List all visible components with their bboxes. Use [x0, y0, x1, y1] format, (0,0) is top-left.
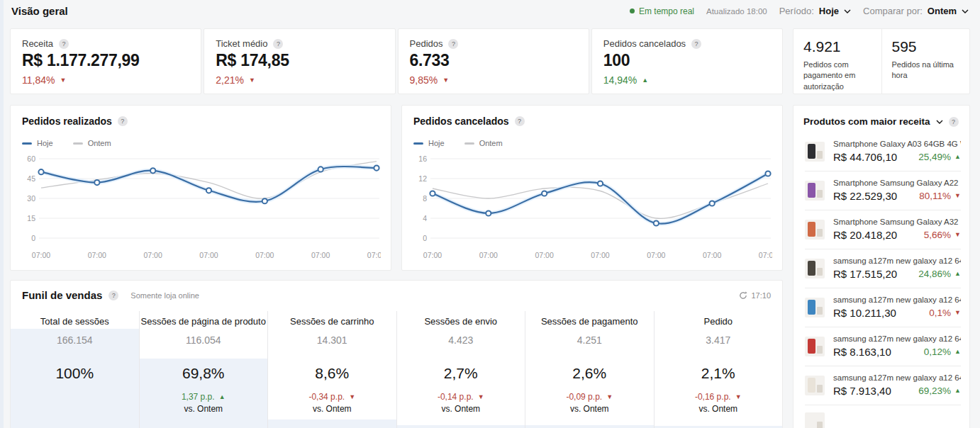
last-updated-label: Atualizado 18:00: [706, 7, 767, 16]
kpi-delta: 9,85% ▼: [410, 74, 577, 86]
realtime-status: Em tempo real: [630, 6, 694, 16]
trend-arrow-icon: ▼: [249, 77, 255, 84]
trend-arrow-icon: ▼: [60, 77, 66, 84]
legend-item-hoje[interactable]: Hoje: [22, 139, 53, 147]
product-list-item[interactable]: samsung a127m new galaxy a12 64gb… R$ 7.…: [794, 366, 969, 405]
funnel-table: Total de sessões 166.154 100% vs. Ontem: [11, 311, 782, 428]
legend-item-ontem[interactable]: Ontem: [73, 139, 111, 147]
product-name: Smartphone Samsung Galaxy A22 12…: [833, 179, 961, 187]
refresh-icon: [739, 291, 747, 300]
side-stat: 4.921 Pedidos com pagamento em autorizaç…: [794, 29, 881, 94]
funnel-stage-header: Sessões de envio: [397, 311, 525, 327]
funnel-stage-percent: 2,1%: [655, 365, 783, 382]
trend-arrow-icon: ▲: [219, 394, 225, 400]
svg-text:60: 60: [27, 154, 35, 163]
funnel-stage-sessions: 4.423: [397, 334, 525, 346]
kpi-delta: 14,94% ▲: [603, 74, 771, 86]
product-revenue: R$ 17.515,20: [833, 268, 897, 280]
svg-text:07:00: 07:00: [423, 251, 442, 259]
svg-text:4: 4: [423, 214, 427, 223]
compare-value: Ontem: [928, 6, 957, 16]
trend-arrow-icon: ▲: [954, 271, 961, 277]
product-list-item[interactable]: Smartphone Samsung Galaxy A22 12… R$ 22.…: [794, 171, 969, 210]
help-icon[interactable]: ?: [691, 39, 701, 49]
funnel-stage-delta: 1,37 p.p. ▲ vs. Ontem: [140, 392, 268, 414]
funnel-stage-delta: -0,16 p.p. ▼ vs. Ontem: [655, 392, 783, 414]
chart-legend: Hoje Ontem: [413, 139, 771, 147]
product-revenue: R$ 20.418,20: [833, 229, 897, 241]
product-list-item[interactable]: samsung a127m new galaxy a12 64gb… R$ 10…: [794, 288, 969, 327]
kpi-card: Ticket médio ? R$ 174,85 2,21% ▼: [204, 28, 395, 94]
compare-selector[interactable]: Comparar por: Ontem: [863, 6, 969, 16]
funnel-stage: Sessões de página de produto 116.054 69,…: [139, 311, 268, 428]
product-list-item[interactable]: samsung a127m new galaxy a12 64gb… R$ 8.…: [794, 327, 969, 366]
kpi-value: R$ 1.177.277,99: [22, 51, 189, 70]
chart-title: Pedidos cancelados: [413, 116, 509, 127]
funnel-stage: Sessões de envio 4.423 2,7% -0,14 p.p. ▼…: [396, 311, 525, 428]
product-thumbnail: [805, 412, 825, 428]
realtime-label: Em tempo real: [639, 6, 694, 16]
trend-arrow-icon: ▼: [606, 394, 613, 400]
legend-swatch: [73, 142, 83, 145]
svg-text:07:00: 07:00: [535, 251, 554, 259]
product-revenue: R$ 44.706,10: [833, 151, 897, 163]
help-icon[interactable]: ?: [448, 39, 458, 49]
product-thumbnail: [805, 298, 825, 317]
help-icon[interactable]: ?: [273, 39, 283, 49]
product-thumbnail: [805, 181, 825, 201]
refresh-control[interactable]: 17:10: [739, 291, 771, 300]
legend-item-hoje[interactable]: Hoje: [413, 139, 445, 147]
help-icon[interactable]: ?: [949, 117, 959, 127]
trend-arrow-icon: ▼: [735, 394, 742, 400]
kpi-card: Pedidos cancelados ? 100 14,94% ▲: [591, 28, 783, 94]
funnel-bar: [268, 419, 396, 428]
product-delta: 0,1% ▼: [929, 308, 961, 318]
product-thumbnail: [805, 376, 825, 395]
help-icon[interactable]: ?: [118, 116, 128, 126]
funnel-stage-header: Sessões de carrinho: [268, 311, 396, 327]
legend-item-ontem[interactable]: Ontem: [464, 139, 503, 147]
trend-arrow-icon: ▼: [349, 394, 355, 400]
legend-swatch: [22, 142, 32, 145]
funnel-stage-sessions: 166.154: [11, 334, 139, 346]
product-list-item[interactable]: Smartphone Samsung Galaxy A32 12… R$ 20.…: [794, 210, 969, 249]
help-icon[interactable]: ?: [108, 291, 118, 300]
trend-arrow-icon: ▲: [642, 77, 648, 84]
funnel-stage-percent: 2,6%: [525, 365, 654, 382]
trend-arrow-icon: ▼: [478, 394, 484, 400]
funnel-stage: Pedido 3.417 2,1% -0,16 p.p. ▼ vs. Ontem: [654, 311, 783, 428]
trend-arrow-icon: ▼: [442, 77, 449, 84]
trend-arrow-icon: ▲: [954, 349, 961, 355]
partial-list-item: [794, 405, 969, 428]
product-thumbnail: [805, 259, 825, 278]
topbar: Visão geral Em tempo real Atualizado 18:…: [11, 0, 969, 22]
svg-text:07:00: 07:00: [647, 251, 665, 259]
chart-legend: Hoje Ontem: [22, 139, 379, 147]
svg-text:07:00: 07:00: [199, 251, 218, 259]
vs-label: vs. Ontem: [525, 404, 654, 414]
vs-label: vs. Ontem: [655, 404, 783, 414]
product-list-item[interactable]: Smartphone Galaxy A03 64GB 4G Wi-… R$ 44…: [794, 132, 969, 171]
help-icon[interactable]: ?: [59, 39, 69, 49]
kpi-row: Receita ? R$ 1.177.277,99 11,84% ▼ Ticke…: [10, 28, 783, 94]
funnel-stage-percent: 69,8%: [140, 365, 268, 382]
product-name: Smartphone Galaxy A03 64GB 4G Wi-…: [833, 140, 961, 148]
legend-swatch: [464, 142, 474, 145]
vs-label: vs. Ontem: [397, 404, 525, 414]
product-thumbnail: [805, 337, 825, 356]
product-revenue: R$ 7.913,40: [833, 385, 891, 397]
help-icon[interactable]: ?: [515, 116, 525, 126]
period-selector[interactable]: Período: Hoje: [779, 6, 851, 16]
cancelled-orders-line-chart: 048121607:0007:0007:0007:0007:0007:0007:…: [413, 149, 772, 262]
side-stat-value: 595: [892, 38, 967, 55]
funnel-stage-delta: -0,14 p.p. ▼ vs. Ontem: [397, 392, 525, 414]
product-list-item[interactable]: samsung a127m new galaxy a12 64gb… R$ 17…: [794, 249, 969, 288]
refresh-time: 17:10: [751, 291, 771, 300]
funnel-stage-sessions: 14.301: [268, 334, 396, 346]
kpi-card: Receita ? R$ 1.177.277,99 11,84% ▼: [10, 28, 201, 94]
product-delta: 24,86% ▲: [918, 269, 961, 279]
chevron-down-icon[interactable]: [936, 120, 943, 124]
kpi-label: Ticket médio: [216, 38, 267, 49]
svg-text:0: 0: [31, 234, 35, 242]
kpi-delta: 2,21% ▼: [216, 74, 383, 86]
